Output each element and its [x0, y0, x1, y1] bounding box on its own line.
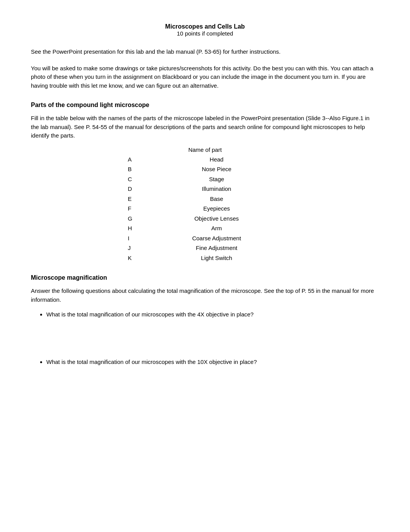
row-label: K: [124, 253, 147, 263]
row-label: A: [124, 155, 147, 165]
row-label: B: [124, 164, 147, 174]
row-value: Head: [147, 155, 286, 165]
table-row: DIllumination: [124, 184, 286, 194]
row-label: I: [124, 233, 147, 243]
table-row: CStage: [124, 174, 286, 184]
row-value: Objective Lenses: [147, 214, 286, 224]
table-row: EBase: [124, 194, 286, 204]
intro-para2: You will be asked to make some drawings …: [31, 64, 379, 90]
parts-table: Name of part AHeadBNose PieceCStageDIllu…: [124, 146, 286, 263]
page-subtitle: 10 points if completed: [31, 30, 379, 37]
row-label: C: [124, 174, 147, 184]
row-label: J: [124, 243, 147, 253]
row-value: Arm: [147, 223, 286, 233]
page-title: Microscopes and Cells Lab: [31, 23, 379, 30]
section2-desc: Answer the following questions about cal…: [31, 287, 379, 304]
page: Microscopes and Cells Lab 10 points if c…: [0, 0, 410, 532]
title-section: Microscopes and Cells Lab 10 points if c…: [31, 23, 379, 37]
table-row: BNose Piece: [124, 164, 286, 174]
table-row: JFine Adjustment: [124, 243, 286, 253]
row-value: Stage: [147, 174, 286, 184]
intro-para1: See the PowerPoint presentation for this…: [31, 48, 379, 56]
table-row: FEyepieces: [124, 204, 286, 214]
row-value: Fine Adjustment: [147, 243, 286, 253]
table-row: HArm: [124, 223, 286, 233]
table-row: GObjective Lenses: [124, 214, 286, 224]
row-label: G: [124, 214, 147, 224]
row-value: Eyepieces: [147, 204, 286, 214]
row-label: F: [124, 204, 147, 214]
row-value: Coarse Adjustment: [147, 233, 286, 243]
question-list: What is the total magnification of our m…: [46, 310, 379, 366]
section2-heading: Microscope magnification: [31, 274, 379, 281]
section1-heading: Parts of the compound light microscope: [31, 102, 379, 109]
list-item: What is the total magnification of our m…: [46, 310, 379, 319]
list-item: What is the total magnification of our m…: [46, 358, 379, 367]
table-row: ICoarse Adjustment: [124, 233, 286, 243]
table-row: AHead: [124, 155, 286, 165]
table-row: KLight Switch: [124, 253, 286, 263]
parts-rows: AHeadBNose PieceCStageDIlluminationEBase…: [124, 155, 286, 263]
row-value: Nose Piece: [147, 164, 286, 174]
row-value: Illumination: [147, 184, 286, 194]
row-value: Light Switch: [147, 253, 286, 263]
row-label: D: [124, 184, 147, 194]
row-label: H: [124, 223, 147, 233]
section1-desc: Fill in the table below with the names o…: [31, 114, 379, 140]
parts-table-header: Name of part: [124, 146, 286, 153]
row-label: E: [124, 194, 147, 204]
row-value: Base: [147, 194, 286, 204]
